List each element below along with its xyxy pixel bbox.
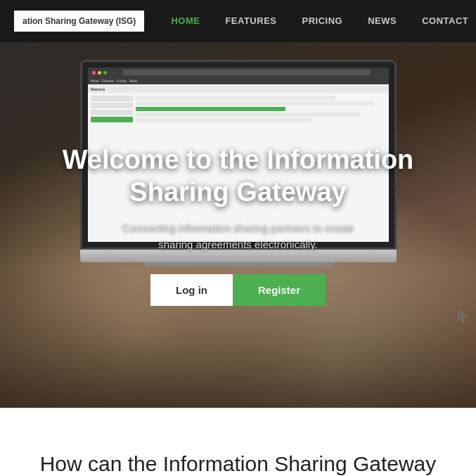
navbar: ation Sharing Gateway (ISG) HOME FEATURE… [0,0,476,42]
register-button[interactable]: Register [233,274,326,306]
nav-link-pricing[interactable]: PRICING [289,0,355,42]
nav-item-pricing[interactable]: PRICING [289,0,355,42]
hero-title: Welcome to the Information Sharing Gatew… [56,144,421,208]
hero-subtitle: Connecting information sharing partners … [105,219,372,253]
nav-item-home[interactable]: HOME [158,0,212,42]
below-hero-title: How can the Information Sharing Gateway … [28,450,448,476]
nav-links: HOME FEATURES PRICING NEWS CONTACT ABOUT… [158,0,476,42]
login-button[interactable]: Log in [150,274,233,306]
brand-logo[interactable]: ation Sharing Gateway (ISG) [14,11,144,32]
nav-item-contact[interactable]: CONTACT [409,0,476,42]
nav-link-contact[interactable]: CONTACT [409,0,476,42]
nav-link-features[interactable]: FEATURES [212,0,289,42]
hero-buttons: Log in Register [150,274,326,306]
nav-link-home[interactable]: HOME [158,0,212,42]
below-hero-section: How can the Information Sharing Gateway … [0,408,476,476]
nav-link-news[interactable]: NEWS [355,0,409,42]
nav-item-news[interactable]: NEWS [355,0,409,42]
hero-content: Welcome to the Information Sharing Gatew… [0,42,476,408]
hero-section: Home Features Pricing News Welcome [0,42,476,408]
nav-item-features[interactable]: FEATURES [212,0,289,42]
